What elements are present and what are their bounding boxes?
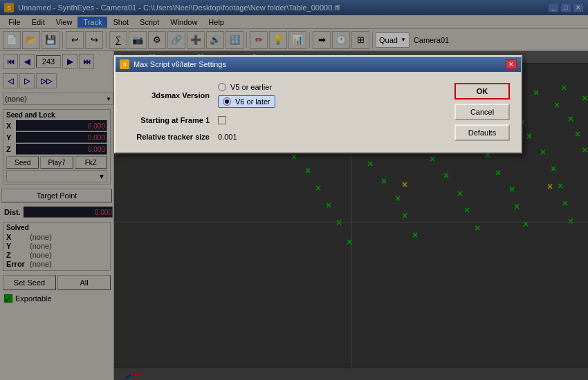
dialog-right: OK Cancel Defaults: [454, 83, 510, 141]
v6-label: V6 or later: [235, 97, 270, 106]
dialog-overlay: S Max Script v6/later Settings ✕ 3dsmax …: [0, 0, 588, 380]
version-radio-group: V5 or earlier V6 or later: [218, 83, 275, 108]
dialog-left: 3dsmax Version V5 or earlier V6 or later: [127, 83, 443, 141]
dialog-title-bar: S Max Script v6/later Settings ✕: [116, 57, 521, 72]
relative-label: Relative tracker size: [127, 133, 210, 141]
defaults-button[interactable]: Defaults: [454, 124, 510, 141]
frame-row: Starting at Frame 1: [127, 116, 443, 124]
v5-label: V5 or earlier: [230, 83, 272, 91]
frame-checkbox-row: [218, 116, 226, 124]
frame-checkbox[interactable]: [218, 116, 226, 124]
v5-option[interactable]: V5 or earlier: [218, 83, 275, 91]
version-label: 3dsmax Version: [127, 91, 210, 99]
frame-label: Starting at Frame 1: [127, 116, 210, 124]
dialog-icon: S: [120, 59, 129, 69]
dialog-close-button[interactable]: ✕: [506, 59, 517, 69]
relative-row: Relative tracker size 0.001: [127, 133, 443, 141]
v5-radio[interactable]: [218, 83, 226, 91]
v6-radio[interactable]: [223, 97, 231, 106]
v6-option[interactable]: V6 or later: [218, 95, 275, 108]
dialog-title: Max Script v6/later Settings: [134, 60, 506, 68]
ok-button[interactable]: OK: [454, 83, 510, 99]
version-row: 3dsmax Version V5 or earlier V6 or later: [127, 83, 443, 108]
relative-value: 0.001: [218, 133, 237, 141]
dialog: S Max Script v6/later Settings ✕ 3dsmax …: [114, 55, 522, 153]
dialog-body: 3dsmax Version V5 or earlier V6 or later: [116, 72, 521, 152]
cancel-button[interactable]: Cancel: [454, 104, 510, 120]
